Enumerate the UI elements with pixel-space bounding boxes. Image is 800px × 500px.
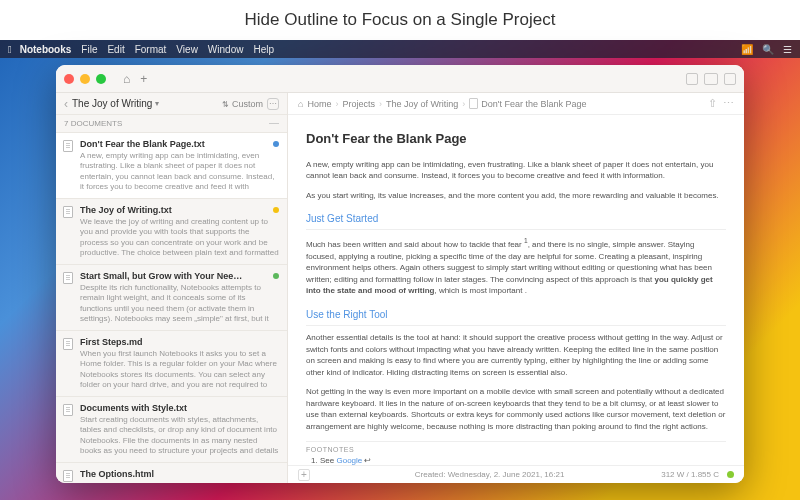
document-count: 7 DOCUMENTS xyxy=(56,115,287,133)
crumb[interactable]: The Joy of Writing xyxy=(386,99,458,109)
status-bar: + Created: Wednesday, 2. June 2021, 16:2… xyxy=(288,465,744,483)
layout-full-icon[interactable] xyxy=(724,73,736,85)
document-icon xyxy=(63,272,73,284)
sidebar-header: ‹ The Joy of Writing ▾ ⇅ Custom ⋯ xyxy=(56,93,287,115)
menu-view[interactable]: View xyxy=(176,44,198,55)
layout-single-icon[interactable] xyxy=(686,73,698,85)
document-sidebar: ‹ The Joy of Writing ▾ ⇅ Custom ⋯ 7 DOCU… xyxy=(56,93,288,483)
document-icon xyxy=(63,404,73,416)
footnote-link[interactable]: Google xyxy=(336,456,362,465)
chevron-down-icon[interactable]: ▾ xyxy=(155,99,159,108)
apple-menu[interactable]:  xyxy=(8,44,12,55)
close-button[interactable] xyxy=(64,74,74,84)
menu-help[interactable]: Help xyxy=(253,44,274,55)
minimize-button[interactable] xyxy=(80,74,90,84)
menu-window[interactable]: Window xyxy=(208,44,244,55)
status-dot xyxy=(727,471,734,478)
list-item[interactable]: Start Small, but Grow with Your Nee… Des… xyxy=(56,265,287,331)
doc-preview: Start creating documents with styles, at… xyxy=(80,415,279,456)
menu-edit[interactable]: Edit xyxy=(107,44,124,55)
list-item[interactable]: The Joy of Writing.txt We leave the joy … xyxy=(56,199,287,265)
doc-preview: When you first launch Notebooks it asks … xyxy=(80,349,279,390)
paragraph: Much has been written and said about how… xyxy=(306,236,726,297)
more-icon[interactable]: ⋯ xyxy=(723,97,734,110)
document-icon xyxy=(469,98,478,109)
menu-file[interactable]: File xyxy=(81,44,97,55)
doc-preview: A new, empty writing app can be intimida… xyxy=(80,151,279,192)
doc-preview: We do not list all options and menu entr… xyxy=(80,481,279,483)
tag-dot xyxy=(273,207,279,213)
wifi-icon[interactable]: 📶 xyxy=(741,44,753,55)
tag-dot xyxy=(273,141,279,147)
menu-format[interactable]: Format xyxy=(135,44,167,55)
breadcrumb: ⌂ Home › Projects › The Joy of Writing ›… xyxy=(288,93,744,115)
banner-title: Hide Outline to Focus on a Single Projec… xyxy=(0,0,800,40)
paragraph: A new, empty writing app can be intimida… xyxy=(306,159,726,182)
paragraph: As you start writing, its value increase… xyxy=(306,190,726,202)
layout-split-icon[interactable] xyxy=(704,73,718,85)
footnote: See Google ↩ xyxy=(320,455,726,465)
heading: Just Get Started xyxy=(306,211,726,230)
list-item[interactable]: First Steps.md When you first launch Not… xyxy=(56,331,287,397)
document-list[interactable]: Don't Fear the Blank Page.txt A new, emp… xyxy=(56,133,287,483)
back-icon[interactable]: ‹ xyxy=(64,97,72,111)
list-item[interactable]: Documents with Style.txt Start creating … xyxy=(56,397,287,463)
document-icon xyxy=(63,140,73,152)
word-count: 312 W / 1.855 C xyxy=(661,470,719,479)
add-icon[interactable]: + xyxy=(298,469,310,481)
list-item[interactable]: Don't Fear the Blank Page.txt A new, emp… xyxy=(56,133,287,199)
control-center-icon[interactable]: ☰ xyxy=(783,44,792,55)
document-icon xyxy=(63,338,73,350)
paragraph: Not getting in the way is even more impo… xyxy=(306,386,726,432)
zoom-button[interactable] xyxy=(96,74,106,84)
crumb[interactable]: Projects xyxy=(342,99,375,109)
add-button[interactable]: + xyxy=(135,72,152,86)
share-icon[interactable]: ⇧ xyxy=(708,97,717,110)
doc-preview: We leave the joy of writing and creating… xyxy=(80,217,279,258)
crumb-current: Don't Fear the Blank Page xyxy=(481,99,586,109)
app-window: ⌂ + ‹ The Joy of Writing ▾ ⇅ Custom ⋯ 7 … xyxy=(56,65,744,483)
traffic-lights xyxy=(64,74,106,84)
home-icon[interactable]: ⌂ xyxy=(118,72,135,86)
sidebar-title[interactable]: The Joy of Writing xyxy=(72,98,152,109)
footnotes-label: FOOTNOTES xyxy=(306,441,726,456)
collapse-icon[interactable] xyxy=(269,123,279,124)
document-content[interactable]: Don't Fear the Blank Page A new, empty w… xyxy=(288,115,744,465)
search-icon[interactable]: 🔍 xyxy=(762,44,774,55)
sort-label[interactable]: ⇅ Custom xyxy=(222,99,263,109)
paragraph: Another essential details is the tool at… xyxy=(306,332,726,378)
macos-menubar:  Notebooks File Edit Format View Window… xyxy=(0,40,800,58)
home-icon[interactable]: ⌂ xyxy=(298,99,303,109)
tag-dot xyxy=(273,273,279,279)
document-icon xyxy=(63,470,73,482)
heading: Use the Right Tool xyxy=(306,307,726,326)
editor-pane: ⌂ Home › Projects › The Joy of Writing ›… xyxy=(288,93,744,483)
document-icon xyxy=(63,206,73,218)
created-label: Created: Wednesday, 2. June 2021, 16:21 xyxy=(415,470,565,479)
page-title: Don't Fear the Blank Page xyxy=(306,129,726,149)
crumb[interactable]: Home xyxy=(307,99,331,109)
window-titlebar: ⌂ + xyxy=(56,65,744,93)
sidebar-options-icon[interactable]: ⋯ xyxy=(267,98,279,110)
app-menu[interactable]: Notebooks xyxy=(20,44,72,55)
list-item[interactable]: The Options.html We do not list all opti… xyxy=(56,463,287,483)
doc-preview: Despite its rich functionality, Notebook… xyxy=(80,283,279,324)
